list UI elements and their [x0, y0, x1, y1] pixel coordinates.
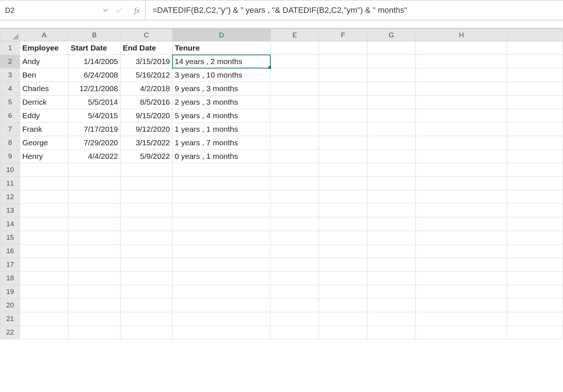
cell-B1[interactable]: Start Date	[68, 44, 120, 52]
cell-A1[interactable]: Employee	[20, 44, 68, 52]
cell-C9[interactable]: 5/9/2022	[121, 152, 172, 161]
row-header-7[interactable]: 7	[0, 123, 20, 136]
cell-C5[interactable]: 8/5/2016	[121, 98, 172, 107]
cell-C6[interactable]: 9/15/2020	[121, 111, 172, 120]
row-header-10[interactable]: 10	[0, 163, 20, 177]
cell-A8[interactable]: George	[20, 138, 68, 147]
row-header-15[interactable]: 15	[0, 231, 20, 244]
column-header-F[interactable]: F	[319, 29, 367, 41]
table-row: 12	[0, 190, 563, 204]
cell-D3[interactable]: 3 years , 10 months	[173, 71, 270, 79]
cell-A9[interactable]: Henry	[20, 152, 68, 161]
cell-A3[interactable]: Ben	[20, 71, 68, 79]
table-row: 5Derrick5/5/20148/5/20162 years , 3 mont…	[0, 96, 563, 109]
row-header-19[interactable]: 19	[0, 285, 20, 299]
row-header-1[interactable]: 1	[0, 41, 20, 55]
cell-A6[interactable]: Eddy	[20, 111, 68, 120]
table-row: 11	[0, 177, 563, 190]
select-all-corner[interactable]	[0, 29, 20, 41]
table-row: 9Henry4/4/20225/9/20220 years , 1 months	[0, 150, 563, 163]
row-header-8[interactable]: 8	[0, 136, 20, 150]
name-box[interactable]	[0, 1, 103, 20]
check-icon	[115, 6, 123, 14]
cell-B9[interactable]: 4/4/2022	[68, 152, 120, 161]
column-header-B[interactable]: B	[68, 29, 121, 41]
cell-B7[interactable]: 7/17/2019	[68, 125, 120, 134]
table-row: 8George7/29/20203/15/20221 years , 7 mon…	[0, 136, 563, 150]
fx-button[interactable]: fx	[132, 1, 146, 20]
row-header-12[interactable]: 12	[0, 190, 20, 204]
row-header-16[interactable]: 16	[0, 244, 20, 258]
table-row: 17	[0, 258, 563, 272]
cell-B3[interactable]: 6/24/2008	[68, 71, 120, 79]
table-row: 20	[0, 299, 563, 312]
column-header-G[interactable]: G	[367, 29, 416, 41]
cell-C2[interactable]: 3/15/2019	[121, 57, 172, 66]
table-row: 7Frank7/17/20199/12/20201 years , 1 mont…	[0, 123, 563, 136]
table-row: 21	[0, 312, 563, 326]
table-row: 10	[0, 163, 563, 177]
row-header-2[interactable]: 2	[0, 55, 20, 68]
cell-A5[interactable]: Derrick	[20, 98, 68, 107]
cell-D9[interactable]: 0 years , 1 months	[173, 152, 270, 161]
excel-window: ⋮ fx ABCDEFGH 1EmployeeStart DateEnd Dat…	[0, 0, 563, 392]
cell-A4[interactable]: Charles	[20, 84, 68, 93]
column-header-D[interactable]: D	[173, 29, 271, 41]
column-header-A[interactable]: A	[20, 29, 68, 41]
cell-B5[interactable]: 5/5/2014	[68, 98, 120, 107]
table-row: 2Andy1/14/20053/15/201914 years , 2 mont…	[0, 55, 563, 68]
table-row: 15	[0, 231, 563, 244]
cell-D1[interactable]: Tenure	[173, 44, 270, 52]
table-row: 16	[0, 244, 563, 258]
row-header-14[interactable]: 14	[0, 217, 20, 231]
cell-D2[interactable]: 14 years , 2 months	[173, 57, 270, 66]
column-header-E[interactable]: E	[271, 29, 319, 41]
cell-D4[interactable]: 9 years , 3 months	[173, 84, 270, 93]
table-row: 14	[0, 217, 563, 231]
row-header-17[interactable]: 17	[0, 258, 20, 272]
row-header-20[interactable]: 20	[0, 299, 20, 312]
cell-C7[interactable]: 9/12/2020	[121, 125, 172, 134]
grid-table: ABCDEFGH 1EmployeeStart DateEnd DateTenu…	[0, 29, 563, 339]
cell-D8[interactable]: 1 years , 7 months	[173, 138, 270, 147]
row-header-9[interactable]: 9	[0, 150, 20, 163]
name-box-wrap	[0, 1, 73, 20]
row-header-6[interactable]: 6	[0, 109, 20, 123]
cell-D5[interactable]: 2 years , 3 months	[173, 98, 270, 107]
table-row: 6Eddy5/4/20159/15/20205 years , 4 months	[0, 109, 563, 123]
formula-input[interactable]	[146, 1, 563, 20]
table-row: 13	[0, 204, 563, 217]
cell-B2[interactable]: 1/14/2005	[68, 57, 120, 66]
row-header-22[interactable]: 22	[0, 326, 20, 339]
cell-C8[interactable]: 3/15/2022	[121, 138, 172, 147]
row-header-11[interactable]: 11	[0, 177, 20, 190]
enter-button[interactable]	[112, 4, 125, 17]
cell-D7[interactable]: 1 years , 1 months	[173, 125, 270, 134]
formula-bar-gap	[0, 20, 563, 29]
row-header-18[interactable]: 18	[0, 272, 20, 285]
spreadsheet-grid[interactable]: ABCDEFGH 1EmployeeStart DateEnd DateTenu…	[0, 29, 563, 392]
cell-A2[interactable]: Andy	[20, 57, 68, 66]
cell-B4[interactable]: 12/21/2008	[68, 84, 120, 93]
cell-B8[interactable]: 7/29/2020	[68, 138, 120, 147]
column-header-H[interactable]: H	[416, 29, 507, 41]
row-header-4[interactable]: 4	[0, 82, 20, 96]
name-box-dropdown[interactable]	[103, 1, 108, 20]
row-header-5[interactable]: 5	[0, 96, 20, 109]
cell-C4[interactable]: 4/2/2018	[121, 84, 172, 93]
cell-B6[interactable]: 5/4/2015	[68, 111, 120, 120]
column-header-C[interactable]: C	[121, 29, 173, 41]
table-row: 4Charles12/21/20084/2/20189 years , 3 mo…	[0, 82, 563, 96]
cell-C1[interactable]: End Date	[121, 44, 172, 52]
column-header-row: ABCDEFGH	[0, 29, 563, 41]
cell-C3[interactable]: 5/16/2012	[121, 71, 172, 79]
cell-D6[interactable]: 5 years , 4 months	[173, 111, 270, 120]
row-header-3[interactable]: 3	[0, 68, 20, 82]
table-row: 1EmployeeStart DateEnd DateTenure	[0, 41, 563, 55]
chevron-down-icon	[103, 8, 108, 13]
table-row: 18	[0, 272, 563, 285]
table-row: 3Ben6/24/20085/16/20123 years , 10 month…	[0, 68, 563, 82]
cell-A7[interactable]: Frank	[20, 125, 68, 134]
row-header-21[interactable]: 21	[0, 312, 20, 326]
row-header-13[interactable]: 13	[0, 204, 20, 217]
